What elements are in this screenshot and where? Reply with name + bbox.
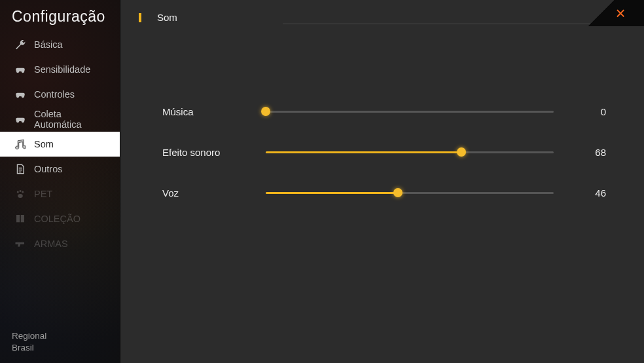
close-button[interactable]: × xyxy=(586,0,644,26)
sidebar-item-armas[interactable]: ARMAS xyxy=(0,231,120,256)
sidebar-item-label: Som xyxy=(34,139,54,149)
slider[interactable] xyxy=(266,142,554,162)
slider-value: 68 xyxy=(569,147,606,158)
sidebar-item-controles[interactable]: Controles xyxy=(0,82,120,107)
paw-icon xyxy=(14,188,26,200)
paper-icon xyxy=(14,163,26,175)
slider-label: Efeito sonoro xyxy=(162,147,266,158)
wrench-icon xyxy=(14,39,26,50)
footer-region-label: Regional xyxy=(12,330,108,342)
slider-track xyxy=(266,111,554,113)
sidebar-item-label: ARMAS xyxy=(34,239,68,249)
sliders-container: Música0Efeito sonoro68Voz46 xyxy=(139,102,626,202)
slider[interactable] xyxy=(266,102,554,121)
sidebar-item-ba-sica[interactable]: Básica xyxy=(0,32,120,57)
sidebar-item-label: COLEÇÃO xyxy=(34,214,80,224)
gun-icon xyxy=(14,238,26,250)
sidebar: Configuração BásicaSensibilidadeControle… xyxy=(0,0,120,363)
book-icon xyxy=(14,213,26,225)
slider-row-voz: Voz46 xyxy=(162,183,606,202)
controller-icon xyxy=(14,88,26,100)
sidebar-nav: BásicaSensibilidadeControlesColeta Autom… xyxy=(0,32,120,325)
slider[interactable] xyxy=(266,183,554,202)
sidebar-footer: Regional Brasil xyxy=(0,325,120,363)
sidebar-item-colec-a-o[interactable]: COLEÇÃO xyxy=(0,206,120,231)
accent-bar xyxy=(139,13,141,22)
sidebar-item-label: Controles xyxy=(34,89,75,100)
slider-row-mu-sica: Música0 xyxy=(162,102,606,121)
slider-value: 46 xyxy=(569,187,606,199)
slider-thumb[interactable] xyxy=(261,107,270,116)
slider-thumb[interactable] xyxy=(457,147,466,157)
sidebar-item-som[interactable]: Som xyxy=(0,132,120,157)
sidebar-item-label: Coleta Automática xyxy=(34,109,109,130)
panel-title: Som xyxy=(157,12,177,23)
sidebar-item-pet[interactable]: PET xyxy=(0,182,120,206)
controller-icon xyxy=(14,113,26,125)
main-panel: Som Música0Efeito sonoro68Voz46 xyxy=(120,0,644,363)
page-title: Configuração xyxy=(0,0,120,32)
close-icon: × xyxy=(615,5,625,22)
sidebar-item-label: Básica xyxy=(34,39,63,50)
slider-label: Voz xyxy=(162,187,266,199)
divider xyxy=(283,24,626,24)
music-icon xyxy=(14,138,26,150)
sidebar-item-coleta-automa-tica[interactable]: Coleta Automática xyxy=(0,107,120,132)
slider-row-efeito-sonoro: Efeito sonoro68 xyxy=(162,142,606,162)
sidebar-item-label: PET xyxy=(34,189,52,199)
slider-label: Música xyxy=(162,106,266,117)
slider-fill xyxy=(266,192,398,194)
slider-fill xyxy=(266,151,461,153)
panel-header: Som xyxy=(139,12,626,23)
sidebar-item-label: Sensibilidade xyxy=(34,64,90,75)
footer-region-value: Brasil xyxy=(12,342,108,354)
sidebar-item-outros[interactable]: Outros xyxy=(0,157,120,182)
slider-thumb[interactable] xyxy=(393,188,402,197)
controller-icon xyxy=(14,64,26,75)
slider-value: 0 xyxy=(569,106,606,117)
sidebar-item-label: Outros xyxy=(34,164,63,174)
sidebar-item-sensibilidade[interactable]: Sensibilidade xyxy=(0,57,120,82)
slider-track xyxy=(266,192,554,194)
slider-track xyxy=(266,151,554,153)
